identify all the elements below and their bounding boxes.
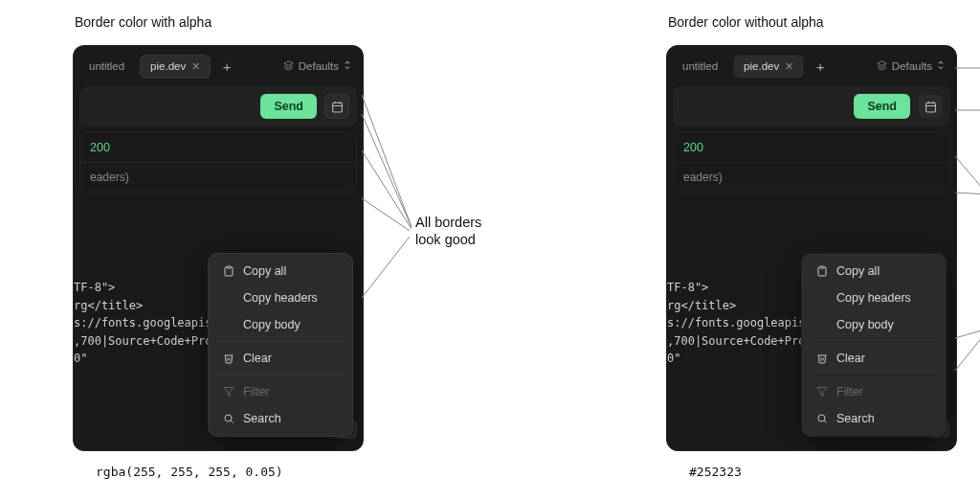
menu-label: Copy headers [243, 291, 318, 305]
svg-line-22 [824, 420, 826, 422]
svg-rect-15 [925, 102, 935, 112]
svg-point-7 [225, 415, 232, 421]
filter-icon [815, 386, 829, 398]
svg-line-26 [955, 193, 980, 194]
caption-right: #252323 [689, 465, 980, 479]
filter-icon [222, 386, 235, 398]
tab-active[interactable]: pie.dev ✕ [733, 55, 804, 79]
menu-filter[interactable]: Filter [212, 378, 348, 405]
defaults-selector[interactable]: Defaults [871, 56, 950, 77]
status-code: 200 [80, 133, 356, 163]
side-title-left: Border color with alpha [75, 14, 517, 30]
menu-copy-all[interactable]: Copy all [806, 258, 942, 284]
defaults-label: Defaults [299, 60, 339, 72]
history-button[interactable] [918, 94, 943, 119]
svg-rect-19 [820, 266, 824, 268]
svg-rect-1 [332, 102, 342, 112]
headers-hint: eaders) [674, 163, 949, 192]
menu-copy-body[interactable]: • Copy body [212, 311, 348, 338]
menu-copy-headers[interactable]: • Copy headers [212, 284, 348, 311]
menu-separator [216, 375, 345, 375]
context-menu: Copy all • Copy headers • Copy body Clea… [208, 253, 353, 437]
svg-marker-0 [284, 60, 293, 65]
app-card-right: untitled pie.dev ✕ + Defaults [666, 45, 957, 451]
search-icon [222, 413, 235, 424]
toolbar: Send [79, 86, 357, 126]
tab-untitled[interactable]: untitled [673, 56, 727, 77]
menu-label: Copy body [836, 318, 894, 331]
menu-label: Copy all [836, 264, 880, 278]
context-menu: Copy all • Copy headers • Copy body Clea… [801, 253, 947, 437]
menu-label: Filter [836, 385, 863, 398]
layers-icon [283, 60, 294, 73]
headers-hint: eaders) [80, 163, 356, 192]
response-pane: 200 eaders) [79, 132, 357, 193]
defaults-selector[interactable]: Defaults [278, 56, 357, 77]
app-card-left: untitled pie.dev ✕ + Defaults [73, 45, 364, 451]
svg-line-25 [955, 156, 980, 194]
tab-label: pie.dev [150, 60, 186, 72]
menu-copy-body[interactable]: • Copy body [806, 311, 942, 338]
chevron-updown-icon [937, 59, 945, 73]
send-button[interactable]: Send [260, 94, 317, 119]
tab-active[interactable]: pie.dev ✕ [140, 55, 211, 79]
new-tab-button[interactable]: + [810, 56, 831, 77]
svg-marker-14 [878, 60, 886, 65]
side-title-right: Border color without alpha [668, 14, 980, 30]
toolbar: Send [673, 86, 950, 126]
chevron-updown-icon [344, 59, 351, 73]
clipboard-icon [815, 265, 829, 277]
svg-line-28 [955, 330, 980, 371]
trash-icon [222, 352, 235, 364]
menu-label: Clear [836, 352, 865, 365]
new-tab-button[interactable]: + [216, 56, 237, 77]
tab-strip: untitled pie.dev ✕ + Defaults [74, 46, 363, 80]
svg-line-8 [231, 420, 233, 422]
tab-label: pie.dev [744, 60, 779, 72]
menu-clear[interactable]: Clear [806, 345, 942, 372]
menu-label: Copy body [243, 318, 301, 331]
caption-left: rgba(255, 255, 255, 0.05) [96, 465, 517, 479]
menu-filter[interactable]: Filter [806, 378, 942, 405]
svg-marker-6 [224, 388, 234, 397]
close-icon[interactable]: ✕ [785, 60, 793, 73]
menu-search[interactable]: Search [212, 405, 348, 432]
menu-separator [810, 375, 938, 375]
svg-line-27 [955, 329, 980, 338]
menu-copy-all[interactable]: Copy all [212, 258, 348, 284]
close-icon[interactable]: ✕ [191, 60, 200, 73]
tab-label: untitled [682, 60, 718, 72]
layers-icon [877, 60, 887, 73]
history-button[interactable] [324, 94, 349, 119]
send-button[interactable]: Send [854, 94, 910, 119]
svg-marker-20 [817, 388, 827, 397]
menu-label: Copy headers [836, 291, 911, 305]
svg-line-10 [362, 114, 412, 227]
menu-label: Search [243, 412, 281, 425]
menu-label: Copy all [243, 264, 286, 278]
menu-clear[interactable]: Clear [212, 345, 348, 372]
trash-icon [815, 352, 829, 364]
menu-copy-headers[interactable]: • Copy headers [806, 284, 942, 311]
tab-label: untitled [89, 60, 124, 72]
menu-separator [216, 341, 345, 342]
svg-point-21 [818, 415, 825, 421]
svg-line-13 [362, 237, 410, 298]
menu-label: Clear [243, 352, 272, 365]
search-icon [815, 413, 829, 424]
svg-line-9 [362, 95, 412, 227]
menu-label: Filter [243, 385, 270, 398]
response-pane: 200 eaders) [673, 132, 950, 193]
menu-separator [810, 341, 938, 342]
tab-untitled[interactable]: untitled [79, 56, 134, 77]
svg-rect-5 [227, 266, 231, 268]
annotation-all-borders-2: look good [415, 232, 476, 247]
clipboard-icon [222, 265, 235, 277]
tab-strip: untitled pie.dev ✕ + Defaults [667, 46, 956, 80]
annotation-all-borders-1: All borders [415, 215, 481, 230]
menu-search[interactable]: Search [806, 405, 942, 432]
defaults-label: Defaults [892, 60, 932, 72]
menu-label: Search [836, 412, 875, 425]
status-code: 200 [674, 133, 949, 163]
